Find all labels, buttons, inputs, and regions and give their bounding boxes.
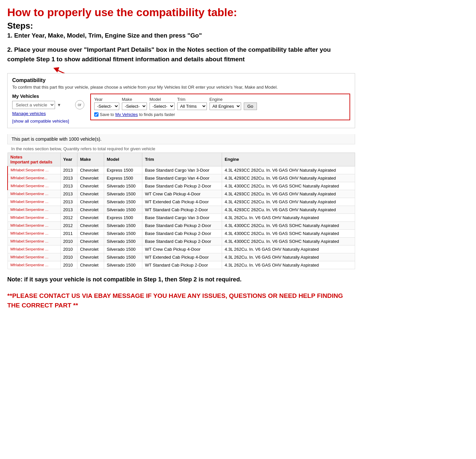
table-cell: Chevrolet — [77, 245, 104, 253]
table-cell: Silverado 1500 — [104, 229, 142, 237]
table-cell: Chevrolet — [77, 221, 104, 229]
table-cell: WT Crew Cab Pickup 4-Door — [142, 245, 222, 253]
table-cell: 2010 — [60, 261, 77, 269]
table-cell: Base Standard Cargo Van 4-Door — [142, 174, 222, 182]
table-cell: WT Extended Cab Pickup 4-Door — [142, 198, 222, 206]
col-header-year: Year — [60, 153, 77, 166]
table-cell: Express 1500 — [104, 166, 142, 174]
trim-select[interactable]: All Trims — [177, 102, 207, 110]
make-label: Make — [122, 97, 147, 102]
col-header-make: Make — [77, 153, 104, 166]
my-vehicles-panel: My Vehicles Select a vehicle ▼ Manage ve… — [12, 94, 69, 124]
svg-marker-1 — [53, 67, 59, 72]
table-cell: Mfrlabel:Serpentine ... — [8, 237, 60, 245]
table-cell: WT Standard Cab Pickup 2-Door — [142, 261, 222, 269]
table-cell: Chevrolet — [77, 166, 104, 174]
table-cell: Base Standard Cargo Van 3-Door — [142, 166, 222, 174]
table-cell: Express 1500 — [104, 214, 142, 221]
year-select[interactable]: -Select- — [94, 102, 119, 110]
table-cell: Silverado 1500 — [104, 206, 142, 214]
table-cell: 4.3L 262Cu. In. V6 GAS OHV Naturally Asp… — [222, 245, 355, 253]
table-cell: 2013 — [60, 206, 77, 214]
col-header-model: Model — [104, 153, 142, 166]
table-cell: Mfrlabel:Serpentine ... — [8, 182, 60, 190]
table-cell: Base Standard Cab Pickup 2-Door — [142, 221, 222, 229]
save-checkbox[interactable] — [94, 112, 98, 117]
table-cell: Silverado 1500 — [104, 221, 142, 229]
table-row: Mfrlabel:Serpentine ...2013ChevroletExpr… — [8, 166, 355, 174]
table-cell: Base Standard Cab Pickup 2-Door — [142, 229, 222, 237]
table-cell: Chevrolet — [77, 261, 104, 269]
table-cell: Chevrolet — [77, 182, 104, 190]
table-cell: Mfrlabel:Serpentine ... — [8, 229, 60, 237]
table-cell: Mfrlabel:Serpentine ... — [8, 190, 60, 198]
table-cell: 2013 — [60, 174, 77, 182]
steps-title: Steps: — [7, 21, 355, 31]
table-cell: Base Standard Cargo Van 3-Door — [142, 214, 222, 221]
compat-title: Compatibility — [12, 77, 350, 83]
table-cell: 2012 — [60, 214, 77, 221]
make-select[interactable]: -Select- — [122, 102, 147, 110]
table-cell: 4.3L 4293CC 262Cu. In. V6 GAS OHV Natura… — [222, 166, 355, 174]
col-header-trim: Trim — [142, 153, 222, 166]
table-cell: 4.3L 4293CC 262Cu. In. V6 GAS OHV Natura… — [222, 198, 355, 206]
table-cell: Chevrolet — [77, 229, 104, 237]
table-cell: Mfrlabel:Serpentine ... — [8, 198, 60, 206]
table-cell: 4.3L 4293CC 262Cu. In. V6 GAS OHV Natura… — [222, 190, 355, 198]
table-cell: Chevrolet — [77, 198, 104, 206]
make-field: Make -Select- — [122, 97, 147, 110]
table-cell: 4.3L 262Cu. In. V6 GAS OHV Naturally Asp… — [222, 261, 355, 269]
engine-field: Engine All Engines — [210, 97, 241, 110]
table-row: Mfrlabel:Serpentine...2013ChevroletExpre… — [8, 174, 355, 182]
table-cell: 4.3L 4300CC 262Cu. In. V6 GAS SOHC Natur… — [222, 237, 355, 245]
table-cell: Silverado 1500 — [104, 237, 142, 245]
table-cell: Chevrolet — [77, 174, 104, 182]
col-header-engine: Engine — [222, 153, 355, 166]
table-cell: Silverado 1500 — [104, 182, 142, 190]
table-cell: Chevrolet — [77, 237, 104, 245]
table-row: Mfrlabel:Serpentine ...2010ChevroletSilv… — [8, 261, 355, 269]
table-row: Mfrlabel:Serpentine ...2013ChevroletSilv… — [8, 190, 355, 198]
table-cell: Silverado 1500 — [104, 253, 142, 261]
table-row: Mfrlabel:Serpentine ...2012ChevroletSilv… — [8, 221, 355, 229]
col-notes-sublabel: Important part details — [11, 160, 52, 164]
trim-label: Trim — [177, 97, 207, 102]
vehicle-select-row: Select a vehicle ▼ — [12, 101, 69, 109]
col-notes-label: Notes — [11, 155, 22, 159]
table-cell: Silverado 1500 — [104, 190, 142, 198]
engine-select[interactable]: All Engines — [210, 102, 241, 110]
table-cell: Chevrolet — [77, 253, 104, 261]
my-vehicles-link[interactable]: My Vehicles — [115, 112, 138, 117]
contact-section: **PLEASE CONTACT US VIA EBAY MESSAGE IF … — [7, 291, 355, 310]
table-cell: 2010 — [60, 237, 77, 245]
my-vehicles-label: My Vehicles — [12, 94, 69, 99]
table-row: Mfrlabel:Serpentine ...2010ChevroletSilv… — [8, 237, 355, 245]
vehicle-entry-form: Year -Select- Make -Select- Model -Selec… — [90, 94, 350, 120]
vehicle-select[interactable]: Select a vehicle — [12, 101, 55, 109]
table-cell: WT Crew Cab Pickup 4-Door — [142, 190, 222, 198]
show-all-link[interactable]: [show all compatible vehicles] — [12, 119, 69, 124]
table-cell: Mfrlabel:Serpentine ... — [8, 214, 60, 221]
go-button[interactable]: Go — [244, 102, 257, 110]
table-row: Mfrlabel:Serpentine ...2012ChevroletExpr… — [8, 214, 355, 221]
step1-text: 1. Enter Year, Make, Model, Trim, Engine… — [7, 32, 355, 39]
table-cell: Silverado 1500 — [104, 198, 142, 206]
table-cell: 4.3L 262Cu. In. V6 GAS OHV Naturally Asp… — [222, 253, 355, 261]
table-cell: Mfrlabel:Serpentine ... — [8, 261, 60, 269]
table-cell: WT Standard Cab Pickup 2-Door — [142, 206, 222, 214]
table-cell: Chevrolet — [77, 190, 104, 198]
table-cell: 2013 — [60, 198, 77, 206]
table-cell: Silverado 1500 — [104, 245, 142, 253]
compat-info-text: This part is compatible with 1000 vehicl… — [12, 136, 101, 142]
model-select[interactable]: -Select- — [150, 102, 175, 110]
table-row: Mfrlabel:Serpentine ...2013ChevroletSilv… — [8, 206, 355, 214]
or-divider: or — [75, 100, 84, 109]
table-row: Mfrlabel:Serpentine ...2013ChevroletSilv… — [8, 198, 355, 206]
engine-label: Engine — [210, 97, 241, 102]
note-section: Note: if it says your vehicle is not com… — [7, 275, 355, 284]
save-row: Save to My Vehicles to finds parts faste… — [94, 112, 346, 117]
manage-vehicles-link[interactable]: Manage vehicles — [12, 111, 69, 116]
table-cell: 2012 — [60, 221, 77, 229]
table-cell: Mfrlabel:Serpentine ... — [8, 221, 60, 229]
table-cell: 4.3L 4300CC 262Cu. In. V6 GAS SOHC Natur… — [222, 221, 355, 229]
